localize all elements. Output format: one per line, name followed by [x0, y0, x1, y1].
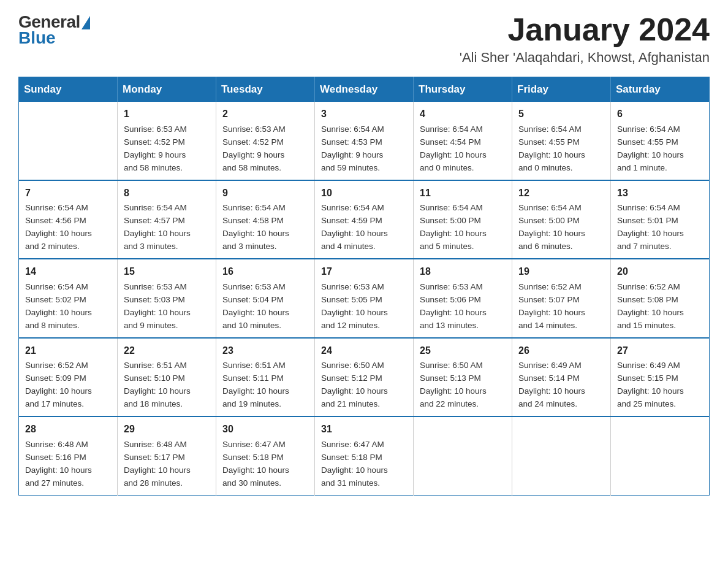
calendar-cell: 13Sunrise: 6:54 AMSunset: 5:01 PMDayligh… [611, 180, 710, 259]
calendar-cell: 8Sunrise: 6:54 AMSunset: 4:57 PMDaylight… [118, 180, 216, 259]
day-number: 12 [518, 186, 604, 201]
day-info-line: Sunrise: 6:54 AM [420, 202, 506, 215]
calendar-week-row: 7Sunrise: 6:54 AMSunset: 4:56 PMDaylight… [19, 180, 710, 259]
day-info-line: and 58 minutes. [222, 162, 308, 175]
calendar-week-row: 14Sunrise: 6:54 AMSunset: 5:02 PMDayligh… [19, 259, 710, 337]
day-info-line: Sunset: 5:12 PM [321, 372, 407, 385]
day-info-line: and 3 minutes. [222, 240, 308, 253]
day-info-line: and 21 minutes. [321, 398, 407, 411]
day-number: 2 [222, 107, 308, 122]
day-info-line: Daylight: 9 hours [222, 149, 308, 162]
day-info-line: and 31 minutes. [321, 477, 407, 490]
day-info-line: Sunset: 5:13 PM [420, 372, 506, 385]
day-info-line: Sunset: 4:55 PM [617, 136, 703, 149]
day-info-line: Sunset: 5:05 PM [321, 294, 407, 307]
day-info-line: Daylight: 10 hours [124, 307, 210, 320]
calendar-cell [512, 416, 611, 495]
day-info-line: and 15 minutes. [617, 320, 703, 332]
calendar-cell: 14Sunrise: 6:54 AMSunset: 5:02 PMDayligh… [19, 259, 118, 337]
day-info-line: Daylight: 10 hours [518, 307, 604, 320]
day-info-line: and 22 minutes. [420, 398, 506, 411]
day-info-line: Sunset: 5:18 PM [321, 451, 407, 464]
day-info-line: Daylight: 10 hours [25, 385, 111, 398]
day-info-line: Daylight: 10 hours [518, 228, 604, 240]
calendar-cell: 28Sunrise: 6:48 AMSunset: 5:16 PMDayligh… [19, 416, 118, 495]
logo-blue-text: Blue [18, 28, 56, 48]
calendar-cell: 11Sunrise: 6:54 AMSunset: 5:00 PMDayligh… [414, 180, 512, 259]
day-info-line: Daylight: 10 hours [518, 385, 604, 398]
day-info-line: and 2 minutes. [25, 240, 111, 253]
day-info-line: Daylight: 10 hours [617, 149, 703, 162]
day-number: 29 [124, 422, 210, 437]
day-info-line: Sunrise: 6:51 AM [222, 359, 308, 372]
calendar-header-friday: Friday [512, 77, 611, 102]
day-info-line: Sunrise: 6:54 AM [518, 202, 604, 215]
calendar-cell: 3Sunrise: 6:54 AMSunset: 4:53 PMDaylight… [315, 102, 414, 180]
day-info-line: Sunrise: 6:48 AM [124, 439, 210, 451]
day-number: 19 [518, 264, 604, 280]
day-number: 24 [321, 343, 407, 359]
day-info-line: Sunset: 4:52 PM [124, 136, 210, 149]
calendar-cell: 25Sunrise: 6:50 AMSunset: 5:13 PMDayligh… [414, 338, 512, 416]
day-number: 20 [617, 264, 703, 280]
day-info-line: Sunrise: 6:53 AM [222, 123, 308, 136]
day-info-line: Daylight: 10 hours [321, 385, 407, 398]
logo-triangle-icon [82, 16, 90, 29]
day-info-line: and 59 minutes. [321, 162, 407, 175]
calendar-cell: 26Sunrise: 6:49 AMSunset: 5:14 PMDayligh… [512, 338, 611, 416]
day-info-line: Sunset: 4:52 PM [222, 136, 308, 149]
day-info-line: Sunset: 5:06 PM [420, 294, 506, 307]
calendar-cell [19, 102, 118, 180]
day-info-line: and 17 minutes. [25, 398, 111, 411]
day-number: 18 [420, 264, 506, 280]
calendar-cell: 9Sunrise: 6:54 AMSunset: 4:58 PMDaylight… [216, 180, 315, 259]
day-info-line: Sunrise: 6:47 AM [321, 439, 407, 451]
calendar-cell: 30Sunrise: 6:47 AMSunset: 5:18 PMDayligh… [216, 416, 315, 495]
day-info-line: Daylight: 10 hours [617, 385, 703, 398]
day-number: 17 [321, 264, 407, 280]
day-info-line: Daylight: 10 hours [420, 149, 506, 162]
day-info-line: Daylight: 10 hours [124, 228, 210, 240]
day-info-line: and 13 minutes. [420, 320, 506, 332]
day-number: 9 [222, 186, 308, 201]
calendar-cell: 27Sunrise: 6:49 AMSunset: 5:15 PMDayligh… [611, 338, 710, 416]
day-info-line: and 14 minutes. [518, 320, 604, 332]
day-info-line: Daylight: 10 hours [420, 307, 506, 320]
day-info-line: Sunrise: 6:54 AM [321, 202, 407, 215]
day-info-line: Daylight: 9 hours [124, 149, 210, 162]
calendar-header-saturday: Saturday [611, 77, 710, 102]
day-info-line: Daylight: 10 hours [222, 228, 308, 240]
day-number: 16 [222, 264, 308, 280]
calendar-cell: 2Sunrise: 6:53 AMSunset: 4:52 PMDaylight… [216, 102, 315, 180]
day-info-line: Sunset: 5:02 PM [25, 294, 111, 307]
day-info-line: Daylight: 10 hours [222, 385, 308, 398]
calendar-header-monday: Monday [118, 77, 216, 102]
day-info-line: Sunrise: 6:50 AM [321, 359, 407, 372]
day-info-line: Sunset: 5:18 PM [222, 451, 308, 464]
calendar-header-row: SundayMondayTuesdayWednesdayThursdayFrid… [19, 77, 710, 102]
day-info-line: Sunrise: 6:53 AM [124, 123, 210, 136]
calendar-header-wednesday: Wednesday [315, 77, 414, 102]
day-number: 3 [321, 107, 407, 122]
day-info-line: and 25 minutes. [617, 398, 703, 411]
day-info-line: Daylight: 10 hours [222, 307, 308, 320]
day-info-line: Sunset: 5:00 PM [420, 215, 506, 228]
day-info-line: Sunset: 5:16 PM [25, 451, 111, 464]
day-info-line: Sunset: 5:01 PM [617, 215, 703, 228]
day-info-line: and 7 minutes. [617, 240, 703, 253]
page-header: General Blue January 2024 'Ali Sher 'Ala… [18, 12, 710, 66]
day-number: 23 [222, 343, 308, 359]
day-info-line: Daylight: 10 hours [25, 307, 111, 320]
day-number: 11 [420, 186, 506, 201]
day-info-line: and 3 minutes. [124, 240, 210, 253]
calendar-cell: 6Sunrise: 6:54 AMSunset: 4:55 PMDaylight… [611, 102, 710, 180]
day-info-line: Sunset: 5:09 PM [25, 372, 111, 385]
day-info-line: Sunset: 5:10 PM [124, 372, 210, 385]
day-info-line: Sunset: 4:57 PM [124, 215, 210, 228]
day-number: 26 [518, 343, 604, 359]
calendar-cell: 17Sunrise: 6:53 AMSunset: 5:05 PMDayligh… [315, 259, 414, 337]
day-info-line: Daylight: 10 hours [321, 464, 407, 477]
day-info-line: Daylight: 10 hours [321, 228, 407, 240]
day-info-line: and 8 minutes. [25, 320, 111, 332]
day-info-line: and 6 minutes. [518, 240, 604, 253]
